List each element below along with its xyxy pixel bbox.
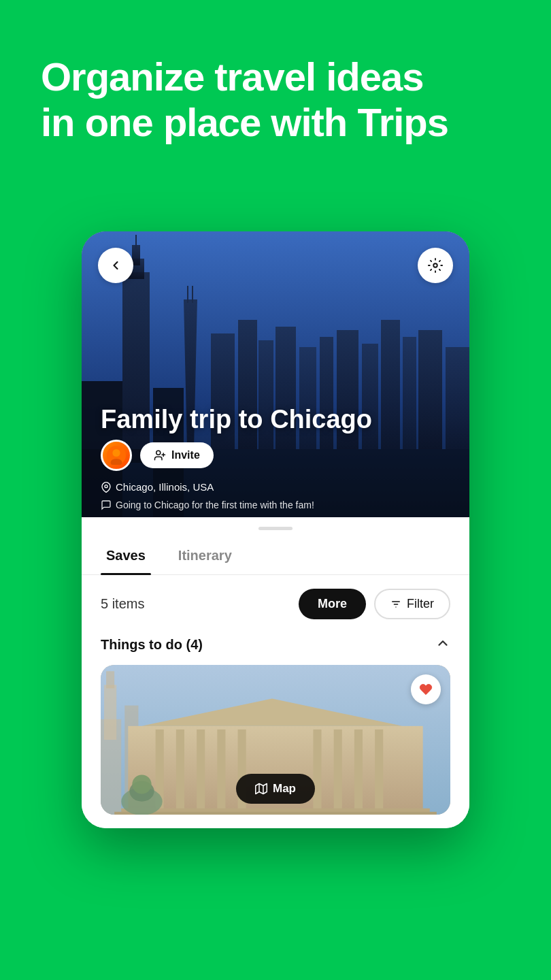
trip-location: Chicago, Illinois, USA [101,481,214,493]
map-label: Map [273,782,296,796]
svg-rect-6 [187,286,188,303]
invite-label: Invite [171,449,200,461]
drag-handle[interactable] [258,527,293,530]
svg-rect-54 [106,671,114,688]
svg-rect-49 [114,812,437,815]
filter-button[interactable]: Filter [374,589,450,619]
svg-point-27 [156,451,161,455]
svg-rect-43 [313,730,321,815]
svg-rect-19 [446,347,469,449]
heart-button[interactable] [411,674,441,704]
svg-rect-4 [135,235,137,248]
back-button[interactable] [98,248,133,283]
items-count: 5 items [101,596,144,612]
svg-marker-55 [256,784,267,794]
content-area: 5 items More Filter Things to do (4) [82,575,469,828]
settings-button[interactable] [418,248,453,283]
svg-point-23 [433,263,437,267]
svg-rect-41 [217,730,225,815]
svg-rect-44 [334,730,342,815]
map-button[interactable]: Map [236,774,315,804]
more-button[interactable]: More [299,589,366,619]
trip-header: Family trip to Chicago Invite [82,231,469,517]
svg-rect-7 [192,286,193,303]
svg-rect-40 [197,730,205,815]
svg-rect-45 [354,730,363,815]
svg-point-30 [105,485,107,487]
avatar [101,440,132,471]
svg-rect-53 [104,685,116,740]
tab-saves[interactable]: Saves [101,537,151,574]
hero-headline: Organize travel ideas in one place with … [41,54,510,145]
bottom-sheet: Saves Itinerary 5 items More [82,527,469,828]
invite-button[interactable]: Invite [140,442,214,468]
trip-title: Family trip to Chicago [101,404,372,436]
tabs-container: Saves Itinerary [82,537,469,575]
section-title: Things to do (4) [101,637,203,653]
section-header: Things to do (4) [101,636,450,654]
place-card[interactable]: Map [101,665,450,815]
phone-mockup: Family trip to Chicago Invite [82,231,469,828]
trip-note: Going to Chicago for the first time with… [101,500,314,510]
tab-itinerary[interactable]: Itinerary [173,537,237,574]
chevron-up-icon[interactable] [435,636,450,654]
svg-rect-16 [381,320,400,449]
svg-rect-18 [418,330,442,449]
items-actions: More Filter [299,589,450,619]
svg-rect-17 [403,337,416,449]
svg-point-52 [132,774,151,794]
trip-actions: Invite [101,440,214,471]
svg-rect-39 [176,730,184,815]
svg-point-25 [112,449,120,457]
items-row: 5 items More Filter [101,589,450,619]
svg-rect-46 [375,730,383,815]
hero-section: Organize travel ideas in one place with … [0,0,551,172]
